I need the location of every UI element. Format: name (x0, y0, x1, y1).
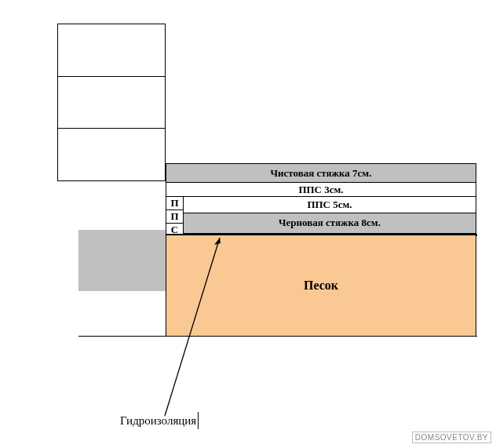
layer-row-lower: П П С ППС 5см. Черновая стяжка 8см. (166, 196, 476, 237)
floor-layers: Чистовая стяжка 7см. ППС 3см. П П С ППС … (166, 163, 476, 237)
layer-finish-screed: Чистовая стяжка 7см. (166, 163, 476, 183)
layer-pps-3: ППС 3см. (166, 182, 476, 198)
bottom-border (78, 336, 477, 337)
hydro-label-text: Гидроизоляция (120, 414, 196, 428)
hydroisolation-label: Гидроизоляция (120, 412, 199, 429)
wall-block (57, 24, 166, 77)
pps-side-column: П П С (166, 196, 183, 237)
wall-blocks (57, 24, 166, 181)
layer-sand: Песок (166, 235, 476, 337)
text-cursor-icon (198, 412, 199, 429)
foundation-base (78, 230, 167, 291)
side-letter: П (166, 197, 183, 210)
diagram-frame: Чистовая стяжка 7см. ППС 3см. П П С ППС … (39, 24, 471, 400)
wall-block (57, 128, 166, 181)
watermark: DOMSOVETOV.BY (412, 432, 491, 443)
wall-block (57, 76, 166, 129)
side-letter: П (166, 210, 183, 224)
layer-rough-screed: Черновая стяжка 8см. (183, 213, 476, 234)
layer-pps-5: ППС 5см. (183, 196, 476, 213)
stacked-layers: ППС 5см. Черновая стяжка 8см. (183, 196, 476, 237)
